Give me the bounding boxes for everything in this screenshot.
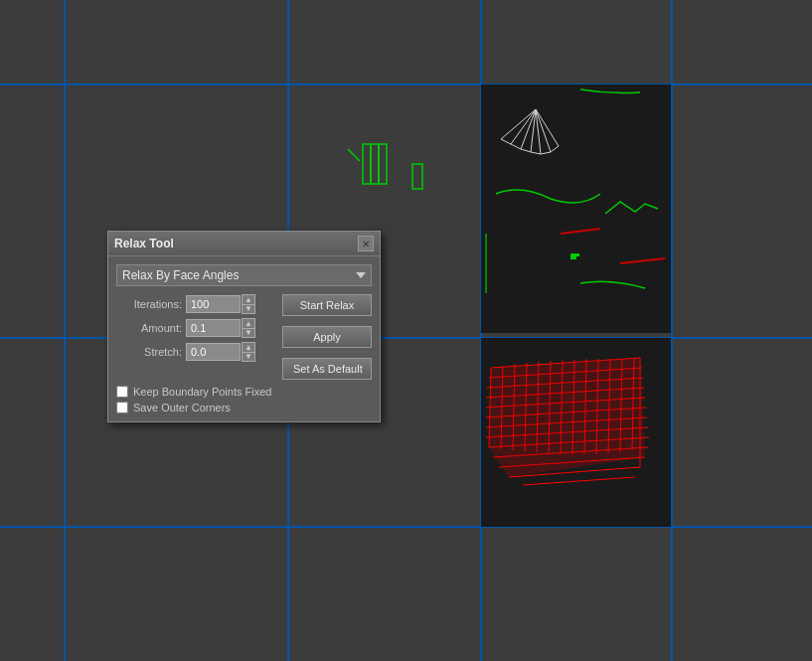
stretch-field-row: Stretch: ▲ ▼ bbox=[116, 342, 274, 362]
stretch-up-arrow[interactable]: ▲ bbox=[242, 342, 255, 352]
keep-boundary-checkbox[interactable] bbox=[116, 386, 128, 398]
close-icon: ✕ bbox=[362, 239, 370, 249]
svg-marker-52 bbox=[489, 358, 645, 477]
svg-rect-54 bbox=[371, 144, 379, 184]
dialog-body: Relax By Face Angles Relax By Edge Angle… bbox=[108, 256, 380, 421]
svg-rect-53 bbox=[363, 144, 371, 184]
svg-line-57 bbox=[348, 149, 360, 161]
svg-line-16 bbox=[521, 149, 531, 152]
checkboxes-section: Keep Boundary Points Fixed Save Outer Co… bbox=[116, 386, 372, 413]
iterations-input[interactable] bbox=[186, 295, 241, 313]
method-dropdown-row: Relax By Face Angles Relax By Edge Angle… bbox=[116, 264, 372, 286]
iterations-down-arrow[interactable]: ▼ bbox=[242, 304, 255, 314]
relax-tool-dialog: Relax Tool ✕ Relax By Face Angles Relax … bbox=[107, 231, 381, 422]
svg-line-37 bbox=[523, 477, 635, 485]
spinner-fields: Iterations: ▲ ▼ Amount: bbox=[116, 294, 274, 380]
stretch-input[interactable] bbox=[186, 343, 241, 361]
dialog-title: Relax Tool bbox=[114, 237, 174, 250]
iterations-arrows: ▲ ▼ bbox=[242, 294, 255, 314]
svg-line-14 bbox=[501, 139, 511, 144]
amount-field-row: Amount: ▲ ▼ bbox=[116, 318, 274, 338]
svg-rect-23 bbox=[576, 253, 579, 256]
viewport-bottom-right bbox=[481, 338, 671, 527]
amount-down-arrow[interactable]: ▼ bbox=[242, 328, 255, 338]
amount-spinner: ▲ ▼ bbox=[186, 318, 274, 338]
svg-rect-55 bbox=[379, 144, 387, 184]
save-outer-corners-row: Save Outer Corners bbox=[116, 402, 372, 413]
svg-line-21 bbox=[620, 258, 665, 263]
amount-up-arrow[interactable]: ▲ bbox=[242, 318, 255, 328]
set-default-button[interactable]: Set As Default bbox=[282, 358, 372, 380]
amount-label: Amount: bbox=[116, 322, 186, 334]
iterations-label: Iterations: bbox=[116, 298, 186, 310]
method-dropdown[interactable]: Relax By Face Angles Relax By Edge Angle… bbox=[116, 264, 372, 286]
svg-line-20 bbox=[561, 229, 600, 234]
keep-boundary-label: Keep Boundary Points Fixed bbox=[133, 386, 271, 398]
apply-button[interactable]: Apply bbox=[282, 326, 372, 348]
close-button[interactable]: ✕ bbox=[358, 236, 374, 251]
iterations-spinner: ▲ ▼ bbox=[186, 294, 274, 314]
fields-and-buttons: Iterations: ▲ ▼ Amount: bbox=[116, 294, 372, 380]
svg-rect-56 bbox=[412, 164, 422, 189]
svg-line-19 bbox=[551, 146, 559, 152]
svg-line-17 bbox=[531, 152, 541, 154]
amount-arrows: ▲ ▼ bbox=[242, 318, 255, 338]
amount-input[interactable] bbox=[186, 319, 241, 337]
svg-line-15 bbox=[511, 144, 521, 149]
stretch-arrows: ▲ ▼ bbox=[242, 342, 255, 362]
save-outer-corners-checkbox[interactable] bbox=[116, 402, 128, 413]
stretch-label: Stretch: bbox=[116, 346, 186, 358]
iterations-field-row: Iterations: ▲ ▼ bbox=[116, 294, 274, 314]
iterations-up-arrow[interactable]: ▲ bbox=[242, 294, 255, 304]
dialog-titlebar[interactable]: Relax Tool ✕ bbox=[108, 232, 380, 256]
start-relax-button[interactable]: Start Relax bbox=[282, 294, 372, 316]
svg-line-18 bbox=[541, 152, 551, 154]
stretch-down-arrow[interactable]: ▼ bbox=[242, 352, 255, 362]
keep-boundary-row: Keep Boundary Points Fixed bbox=[116, 386, 372, 398]
save-outer-corners-label: Save Outer Corners bbox=[133, 402, 231, 413]
stretch-spinner: ▲ ▼ bbox=[186, 342, 274, 362]
svg-rect-22 bbox=[570, 253, 576, 259]
action-buttons: Start Relax Apply Set As Default bbox=[282, 294, 372, 380]
viewport-top-right bbox=[481, 84, 671, 333]
